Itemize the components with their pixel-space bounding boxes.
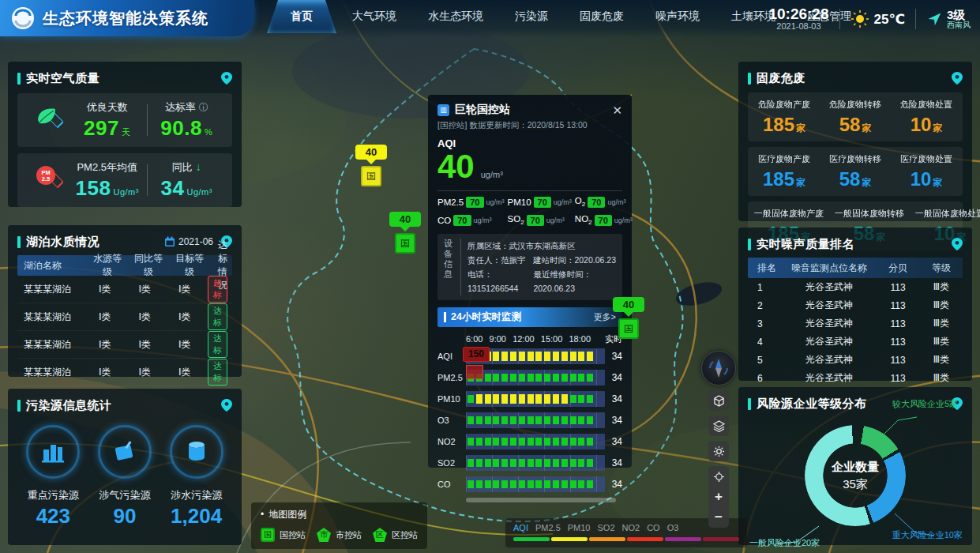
monitor-row: CO34 [437, 476, 622, 492]
layers-icon[interactable] [708, 416, 729, 436]
month-picker[interactable]: 2021-06 [164, 236, 213, 247]
monitor-row-track[interactable] [466, 412, 605, 428]
risk-donut-chart: 企业数量 35家 较大风险企业5家 重大风险企业10家 一般风险企业20家 [748, 417, 963, 550]
info-icon[interactable]: ⓘ [199, 102, 208, 113]
table-row[interactable]: 某某某湖泊Ⅰ类Ⅰ类Ⅰ类达标 [17, 303, 232, 331]
lake-source-grade: Ⅰ类 [84, 283, 125, 296]
down-arrow-icon: ↓ [196, 160, 201, 173]
status-badge[interactable]: 达标 [208, 359, 227, 386]
tab-污染源[interactable]: 污染源 [499, 0, 564, 33]
marker-station-icon: 国 [618, 318, 639, 339]
aqi-color-segment [703, 537, 739, 541]
location-pin-icon[interactable] [952, 72, 963, 85]
column-header: 同比等级 [128, 252, 169, 279]
divider [839, 9, 840, 29]
noise-site-name: 光谷圣武神 [783, 299, 876, 312]
monitor-cell [485, 459, 491, 467]
legend-item: 国国控站 [261, 528, 306, 542]
zoom-out-button[interactable]: − [708, 507, 729, 528]
status-badge[interactable]: 达标 [208, 331, 227, 358]
location-pin-icon[interactable] [221, 399, 232, 412]
location-pin-icon[interactable] [221, 72, 232, 85]
noise-rank: 5 [748, 355, 783, 366]
aqi-legend-label[interactable]: PM10 [568, 523, 591, 532]
map-legend: 地图图例 国国控站市市控站区区控站 [251, 502, 427, 549]
zoom-in-button[interactable]: + [708, 487, 729, 507]
wind-level: 3级 [947, 9, 971, 21]
location-pin-icon[interactable] [952, 238, 963, 250]
monitor-cell [570, 438, 576, 446]
pollutant-value: 70 [534, 197, 551, 208]
noise-rank: 1 [748, 282, 783, 293]
tab-水生态环境[interactable]: 水生态环境 [412, 0, 499, 33]
monitor-row-track[interactable] [466, 434, 605, 450]
waste-cell[interactable]: 医疗废物处置10家 [893, 152, 959, 190]
gear-icon[interactable] [708, 441, 729, 461]
monitor-row-track[interactable] [466, 455, 605, 471]
monitor-row-track[interactable] [466, 476, 605, 492]
monitor-row-label: PM10 [437, 394, 466, 404]
aqi-legend-label[interactable]: NO2 [622, 523, 640, 532]
waste-label: 医疗废物处置 [896, 153, 956, 166]
pollutant-item: CO70ug/m³ [437, 214, 505, 226]
aqi-legend-label[interactable]: AQI [513, 523, 528, 532]
table-row[interactable]: 1光谷圣武神113Ⅲ类 [748, 278, 963, 296]
aqi-legend-label[interactable]: O3 [667, 523, 679, 532]
monitor-cell [501, 374, 508, 382]
table-row[interactable]: 某某某湖泊Ⅰ类Ⅰ类Ⅰ类达标 [17, 359, 232, 386]
pollutant-name: PM2.5 [437, 198, 464, 207]
noise-rank: 6 [748, 373, 783, 384]
waste-cell[interactable]: 危险废物处置10家 [893, 98, 959, 136]
aqi-legend-label[interactable]: CO [647, 523, 660, 532]
table-row[interactable]: 某某某湖泊Ⅰ类Ⅰ类Ⅰ类超标 [17, 276, 232, 303]
pollutant-item: SO270ug/m³ [508, 214, 572, 226]
time-axis-ticks: 6:009:0012:0015:0018:00 [466, 334, 591, 344]
monitor-row: SO234 [437, 455, 622, 471]
aqi-legend-label[interactable]: SO2 [598, 523, 615, 532]
monitor-cell [544, 374, 550, 382]
table-row[interactable]: 6光谷圣武神113Ⅲ类 [748, 369, 963, 387]
monitor-cell [501, 416, 508, 424]
monitor-row-track[interactable] [466, 370, 605, 386]
map-marker[interactable]: 40国 [613, 297, 644, 339]
noise-site-name: 光谷圣武神 [783, 317, 876, 330]
table-row[interactable]: 4光谷圣武神113Ⅲ类 [748, 333, 963, 351]
waste-cell[interactable]: 危险废物转移58家 [822, 98, 888, 136]
pollutant-unit: ug/m³ [486, 198, 505, 206]
table-row[interactable]: 5光谷圣武神113Ⅲ类 [748, 351, 963, 369]
target-locate-icon[interactable] [708, 466, 729, 487]
device-built: 建站时间：2020.06.23 [533, 253, 616, 267]
waste-unit: 家 [933, 177, 942, 188]
close-icon[interactable]: ✕ [612, 104, 622, 116]
table-row[interactable]: 2光谷圣武神113Ⅲ类 [748, 296, 963, 314]
status-badge[interactable]: 超标 [208, 276, 227, 303]
pollution-item[interactable]: 涉气污染源 90 [90, 425, 160, 529]
tab-噪声环境[interactable]: 噪声环境 [640, 0, 715, 33]
map-marker[interactable]: 40国 [389, 212, 421, 254]
table-row[interactable]: 3光谷圣武神113Ⅲ类 [748, 314, 963, 333]
waste-cell[interactable]: 医疗废物转移58家 [822, 152, 888, 190]
waste-cell[interactable]: 危险废物产废185家 [751, 98, 817, 136]
monitor-row-track[interactable] [466, 391, 605, 407]
table-row[interactable]: 某某某湖泊Ⅰ类Ⅰ类Ⅰ类达标 [17, 331, 232, 359]
tab-大气环境[interactable]: 大气环境 [336, 0, 412, 33]
status-badge[interactable]: 达标 [208, 303, 227, 330]
monitor-row: O334 [437, 412, 622, 428]
compass-icon[interactable] [701, 351, 736, 386]
map-marker[interactable]: 40国 [355, 145, 387, 186]
air-card-pm25: PM 2.5 PM2.5年均值 158Ug/m³ 同比↓ 34Ug/m³ [17, 153, 232, 207]
tab-固废危废[interactable]: 固废危废 [564, 0, 640, 33]
tab-首页[interactable]: 首页 [267, 0, 336, 33]
pollutant-grid: PM2.570ug/m³PM1070ug/m³O270ug/m³CO70ug/m… [437, 196, 622, 227]
pollution-item[interactable]: 涉水污染源 1,204 [162, 425, 231, 529]
monitor-cell [578, 459, 584, 467]
cube-3d-icon[interactable] [708, 390, 729, 411]
chart-scrollbar[interactable] [466, 498, 616, 502]
monitor-cell [587, 480, 593, 488]
pollution-item[interactable]: 重点污染源 423 [18, 425, 88, 529]
noise-rank: 2 [748, 300, 783, 311]
aqi-legend-label[interactable]: PM2.5 [535, 523, 561, 532]
lake-table-header: 湖泊名称 水源等级 同比等级 目标等级 达标情况 [17, 255, 232, 276]
donut-segment-label: 较大风险企业5家 [892, 398, 958, 410]
waste-cell[interactable]: 医疗废物产废185家 [751, 152, 817, 190]
